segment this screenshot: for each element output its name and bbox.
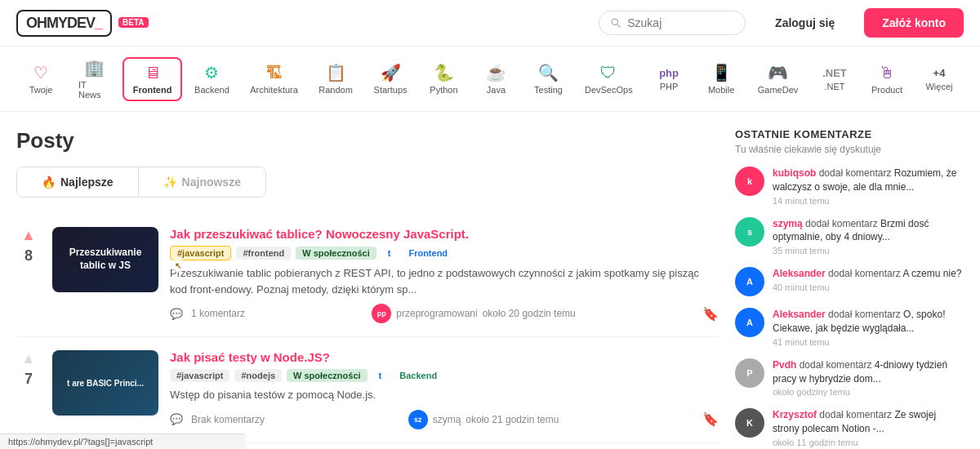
gear-icon: ⚙ (204, 63, 219, 82)
post-body: Jak pisać testy w Node.JS? #javascript #… (170, 350, 719, 429)
comment-body: Krzysztof dodał komentarz Ze swojej stro… (773, 408, 964, 447)
comment-item: k kubiqsob dodał komentarz Rozumiem, że … (735, 167, 964, 206)
status-url: https://ohmydev.pl/?tags[]=javascript (8, 437, 153, 447)
sidebar-subtitle: Tu właśnie ciekawie się dyskutuje (735, 144, 964, 155)
comment-text: Aleksander dodał komentarz A czemu nie? (773, 267, 961, 281)
comment-body: kubiqsob dodał komentarz Rozumiem, że wa… (773, 167, 964, 206)
vote-up-button[interactable]: ▲ (21, 227, 36, 244)
tag-platform[interactable]: t (372, 369, 389, 382)
nav-item-backend[interactable]: ⚙ Backend (185, 58, 238, 100)
author-avatar: pp (372, 304, 391, 323)
post-title[interactable]: Jak przeszukiwać tablice? Nowoczesny Jav… (170, 227, 719, 241)
tag-frontend-hash[interactable]: #frontend (236, 247, 291, 260)
post-excerpt: Przeszukiwanie tablic pobieranych z REST… (170, 265, 719, 297)
tag-frontend-label[interactable]: Frontend (402, 247, 454, 260)
python-icon: 🐍 (434, 63, 454, 82)
tag-backend-label[interactable]: Backend (393, 369, 443, 382)
nav-bar: ♡ Twoje 🏢 IT News 🖥 Frontend ⚙ Backend 🏗… (0, 47, 980, 112)
tab-bar: 🔥 Najlepsze ✨ Najnowsze (16, 167, 266, 198)
comment-item: A Aleksander dodał komentarz O, spoko! C… (735, 308, 964, 347)
nav-item-architektura[interactable]: 🏗 Architektura (242, 59, 307, 100)
post-time: około 20 godzin temu (483, 308, 576, 319)
nav-item-more[interactable]: +4 Więcej (915, 62, 964, 96)
comment-author[interactable]: Pvdh (773, 359, 796, 371)
login-button[interactable]: Zaloguj się (762, 10, 848, 36)
coffee-icon: ☕ (486, 63, 506, 82)
nav-label-testing: Testing (534, 85, 563, 95)
nav-item-testing[interactable]: 🔍 Testing (523, 58, 572, 100)
comment-text: kubiqsob dodał komentarz Rozumiem, że wa… (773, 167, 964, 194)
nav-label-mobile: Mobile (708, 85, 734, 95)
nav-label-java: Java (487, 85, 506, 95)
comment-action: dodał komentarz (819, 167, 894, 179)
magnifier-icon: 🔍 (538, 63, 559, 82)
comment-author[interactable]: Aleksander (773, 309, 826, 320)
nav-label-random: Random (318, 85, 353, 95)
nav-label-more: Więcej (925, 82, 952, 91)
nav-label-php: PHP (660, 82, 679, 91)
comment-action: dodał komentarz (805, 218, 880, 229)
beta-badge: BETA (118, 17, 148, 28)
shield-icon: 🛡 (600, 64, 617, 82)
nav-item-mobile[interactable]: 📱 Mobile (697, 58, 746, 100)
comment-avatar: A (735, 308, 764, 337)
search-bar[interactable] (599, 11, 746, 35)
nav-item-java[interactable]: ☕ Java (471, 58, 520, 100)
comment-body: Aleksander dodał komentarz A czemu nie? … (773, 267, 961, 296)
post-thumbnail: Przeszukiwanietablic w JS (52, 227, 158, 292)
nav-label-gamedev: GameDev (758, 85, 799, 95)
vote-up-button[interactable]: ▲ (21, 350, 36, 367)
tag-javascript[interactable]: #javascript (170, 369, 229, 382)
comment-snippet: A czemu nie? (902, 268, 961, 279)
register-button[interactable]: Załóż konto (864, 8, 964, 38)
nav-item-gamedev[interactable]: 🎮 GameDev (749, 58, 807, 100)
comment-body: szymą dodał komentarz Brzmi dosć optymal… (773, 217, 964, 256)
comment-author[interactable]: kubiqsob (773, 167, 816, 179)
nav-item-twoje[interactable]: ♡ Twoje (16, 58, 65, 100)
comment-body: Aleksander dodał komentarz O, spoko! Cie… (773, 308, 964, 347)
tag-javascript[interactable]: #javascript ↖ (170, 246, 231, 260)
comment-icon: 💬 (170, 308, 183, 320)
nav-item-devsecops[interactable]: 🛡 DevSecOps (576, 59, 641, 100)
tag-nodejs[interactable]: #nodejs (234, 369, 282, 382)
nav-item-php[interactable]: php PHP (644, 62, 693, 96)
comment-text: Pvdh dodał komentarz 4-dniowy tydzień pr… (773, 358, 964, 386)
author-name: przeprogramowani (396, 308, 477, 319)
php-icon: php (659, 67, 679, 79)
tab-best-label: Najlepsze (60, 176, 114, 189)
tab-newest[interactable]: ✨ Najnowsze (139, 167, 265, 197)
tag-community[interactable]: W społeczności (296, 247, 376, 260)
svg-line-1 (617, 24, 621, 28)
main-content: Posty 🔥 Najlepsze ✨ Najnowsze ▲ 8 Przesz… (0, 112, 980, 449)
nav-item-random[interactable]: 📋 Random (310, 58, 361, 100)
bookmark-button[interactable]: 🔖 (702, 411, 719, 427)
tag-platform[interactable]: t (381, 247, 398, 260)
nav-item-python[interactable]: 🐍 Python (419, 58, 468, 100)
heart-icon: ♡ (33, 63, 48, 82)
nav-item-product[interactable]: 🖱 Product (862, 59, 911, 100)
comment-action: dodał komentarz (828, 268, 902, 279)
nav-item-startups[interactable]: 🚀 Startups (365, 58, 416, 100)
comment-time: około 11 godzin temu (773, 438, 964, 447)
comment-author[interactable]: szymą (773, 218, 803, 229)
sidebar: OSTATNIE KOMENTARZE Tu właśnie ciekawie … (735, 128, 964, 449)
rocket-icon: 🚀 (381, 63, 401, 82)
tab-best[interactable]: 🔥 Najlepsze (17, 167, 139, 197)
tag-community[interactable]: W społeczności (287, 369, 368, 382)
post-title[interactable]: Jak pisać testy w Node.JS? (170, 350, 719, 364)
comment-item: s szymą dodał komentarz Brzmi dosć optym… (735, 217, 964, 256)
logo[interactable]: OHMYDEV_ BETA (16, 10, 149, 37)
nav-item-it-news[interactable]: 🏢 IT News (69, 53, 119, 104)
comment-time: około godziny temu (773, 387, 964, 397)
post-meta: 💬 1 komentarz pp przeprogramowani około … (170, 304, 719, 323)
comment-author[interactable]: Krzysztof (773, 409, 817, 420)
nav-item-net[interactable]: .NET .NET (810, 62, 859, 96)
comment-author[interactable]: Aleksander (773, 268, 826, 279)
search-input[interactable] (627, 16, 733, 29)
nav-item-frontend[interactable]: 🖥 Frontend (122, 57, 182, 101)
comment-item: A Aleksander dodał komentarz A czemu nie… (735, 267, 964, 296)
post-card: ▲ 8 Przeszukiwanietablic w JS Jak przesz… (16, 214, 719, 337)
bookmark-button[interactable]: 🔖 (702, 306, 719, 322)
nav-label-frontend: Frontend (133, 85, 172, 95)
content-area: Posty 🔥 Najlepsze ✨ Najnowsze ▲ 8 Przesz… (16, 128, 719, 449)
